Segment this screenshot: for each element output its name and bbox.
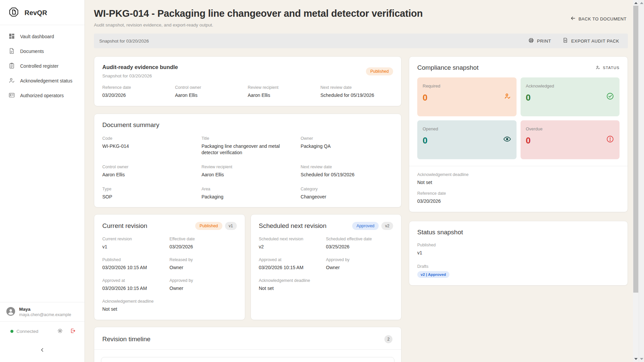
field-scheduled-next-revision: Scheduled next revision v2	[259, 237, 326, 250]
sidebar-item-label: Acknowledgement status	[20, 78, 72, 83]
left-column: Audit-ready evidence bundle Snapshot for…	[94, 56, 401, 362]
sidebar-item-label: Controlled register	[20, 63, 58, 69]
status-link-button[interactable]: STATUS	[595, 65, 620, 71]
field-owner: Owner Packaging QA	[301, 136, 393, 156]
scroll-up-arrow[interactable]	[634, 2, 638, 4]
compliance-snapshot-title: Compliance snapshot	[417, 64, 479, 71]
field-title: Title Packaging line changeover and meta…	[202, 136, 294, 156]
sidebar-collapse-button[interactable]	[38, 346, 47, 355]
dashboard-icon	[8, 33, 15, 41]
sidebar-item-label: Vault dashboard	[20, 34, 54, 39]
field-effective-date: Effective date 03/20/2026	[169, 237, 236, 250]
status-badge: Approved	[352, 222, 379, 230]
main-content: WI-PKG-014 - Packaging line changeover a…	[85, 0, 633, 362]
snapshot-bar: Snapshot for 03/20/2026 PRINT EXPORT AUD…	[94, 34, 628, 48]
field-scheduled-effective-date: Scheduled effective date 03/25/2026	[326, 237, 393, 250]
export-audit-pack-button[interactable]: EXPORT AUDIT PACK	[559, 36, 623, 46]
audit-bundle-card: Audit-ready evidence bundle Snapshot for…	[94, 56, 401, 106]
print-button[interactable]: PRINT	[525, 36, 554, 46]
field-approved-at: Approved at 03/20/2026 10:15 AM	[102, 278, 169, 292]
connected-dot	[10, 330, 13, 333]
field-control-owner: Control owner Aaron Ellis	[175, 85, 248, 99]
field-approved-at: Approved at 03/20/2026 10:15 AM	[259, 257, 326, 271]
revqr-logo-icon	[8, 7, 19, 19]
field-area: Area Packaging	[202, 187, 294, 200]
scroll-up-arrow[interactable]	[640, 2, 643, 4]
snapshot-label: Snapshot for 03/20/2026	[99, 39, 525, 44]
field-review-recipient: Review recipient Aaron Ellis	[248, 85, 321, 99]
arrow-left-icon	[570, 15, 576, 22]
connection-row: Connected	[0, 321, 85, 341]
file-export-icon	[562, 38, 568, 44]
content-scrollbar[interactable]	[633, 0, 639, 362]
sidebar-item-label: Authorized operators	[20, 93, 64, 98]
field-type: Type SOP	[102, 187, 195, 200]
audit-bundle-title: Audit-ready evidence bundle	[102, 64, 178, 70]
status-badge: Published	[366, 67, 393, 75]
status-snapshot-title: Status snapshot	[417, 229, 620, 236]
brightness-icon	[57, 328, 63, 335]
field-approved-by: Approved by Owner	[326, 257, 393, 271]
revision-timeline-title: Revision timeline	[102, 336, 151, 343]
theme-toggle-button[interactable]	[56, 326, 64, 336]
tile-overdue: Overdue 0	[521, 120, 620, 159]
tile-opened: Opened 0	[417, 120, 517, 159]
user-email: maya.chen@acme.example	[19, 312, 71, 317]
field-reference-date: Reference date 03/20/2026	[417, 191, 620, 204]
tile-acknowledged: Acknowledged 0	[521, 77, 620, 116]
back-to-document-button[interactable]: BACK TO DOCUMENT	[570, 15, 627, 22]
scroll-down-arrow[interactable]	[640, 358, 643, 360]
page-header: WI-PKG-014 - Packaging line changeover a…	[91, 5, 628, 27]
chevron-left-icon	[39, 347, 45, 354]
field-next-review-date: Next review date Scheduled for 05/19/202…	[320, 85, 393, 99]
version-badge: v1	[225, 222, 237, 230]
sidebar-item-documents[interactable]: Documents	[0, 44, 85, 59]
sidebar-item-controlled-register[interactable]: Controlled register	[0, 59, 85, 73]
window-scrollbar[interactable]	[639, 0, 644, 362]
document-summary-card: Document summary Code WI-PKG-014 Title P…	[94, 114, 401, 208]
revision-timeline-card: Revision timeline 2 v2 Approved	[94, 327, 401, 362]
sidebar-nav: Vault dashboard Documents Controlled reg…	[0, 25, 85, 103]
printer-icon	[528, 38, 534, 44]
sidebar-item-vault-dashboard[interactable]: Vault dashboard	[0, 29, 85, 44]
field-ack-deadline: Acknowledgement deadline Not set	[259, 278, 326, 292]
avatar	[6, 307, 15, 317]
clipboard-icon	[8, 62, 15, 70]
field-approved-by: Approved by Owner	[169, 278, 236, 292]
sidebar-item-acknowledgement-status[interactable]: Acknowledgement status	[0, 73, 85, 88]
scheduled-revision-title: Scheduled next revision	[259, 222, 327, 230]
timeline-count-badge: 2	[384, 335, 392, 343]
field-code: Code WI-PKG-014	[102, 136, 195, 156]
sidebar-footer: Maya maya.chen@acme.example Connected	[0, 302, 85, 362]
logout-icon	[70, 328, 76, 335]
right-column: Compliance snapshot STATUS Required 0	[409, 56, 628, 286]
scheduled-revision-card: Scheduled next revision Approved v2 Sche…	[251, 214, 402, 320]
check-circle-icon	[606, 92, 614, 102]
page-title: WI-PKG-014 - Packaging line changeover a…	[94, 8, 423, 19]
scrollbar-thumb[interactable]	[633, 6, 638, 293]
sidebar-item-authorized-operators[interactable]: Authorized operators	[0, 88, 85, 103]
scroll-down-arrow[interactable]	[634, 358, 638, 360]
person-check-icon	[504, 93, 511, 101]
status-badge: Published	[195, 222, 222, 230]
draft-version-badge: v2 | Approved	[417, 271, 449, 278]
user-profile[interactable]: Maya maya.chen@acme.example	[0, 302, 85, 321]
field-drafts: Drafts v2 | Approved	[417, 264, 620, 278]
id-card-icon	[8, 92, 15, 100]
group-check-icon	[595, 65, 600, 71]
app-logo-row: RevQR	[0, 0, 85, 25]
logout-button[interactable]	[68, 326, 77, 336]
error-icon	[606, 135, 614, 144]
audit-bundle-subtitle: Snapshot for 03/20/2026	[102, 73, 178, 78]
app-brand: RevQR	[24, 9, 47, 17]
sidebar: RevQR Vault dashboard Documents Controll…	[0, 0, 85, 362]
document-summary-title: Document summary	[102, 121, 393, 129]
field-category: Category Changeover	[301, 187, 393, 200]
page-subtitle: Audit snapshot, revision evidence, and e…	[94, 22, 423, 27]
field-control-owner: Control owner Aaron Ellis	[102, 165, 195, 178]
status-snapshot-card: Status snapshot Published v1 Drafts v2 |…	[409, 221, 628, 286]
field-review-recipient: Review recipient Aaron Ellis	[202, 165, 294, 178]
tile-required: Required 0	[417, 77, 517, 116]
field-released-by: Released by Owner	[169, 257, 236, 271]
document-icon	[8, 48, 15, 55]
